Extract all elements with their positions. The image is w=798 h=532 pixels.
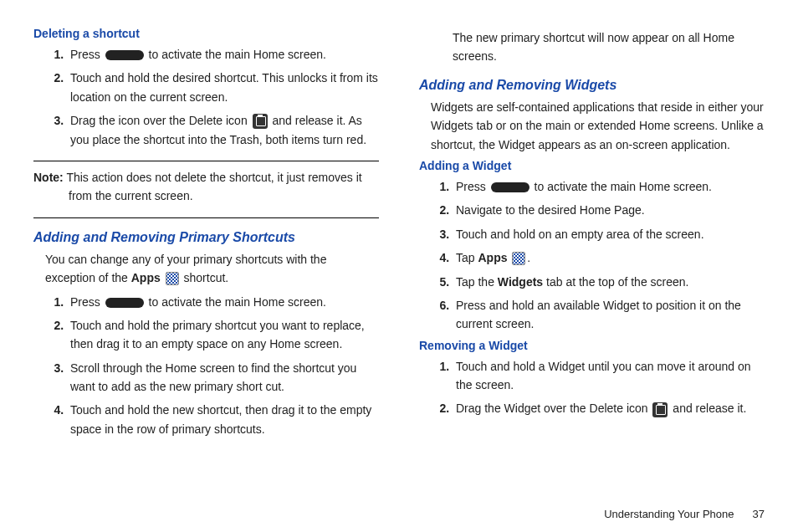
divider — [33, 217, 379, 218]
right-column: The new primary shortcut will now appear… — [419, 23, 765, 443]
text: Drag the icon over the Delete icon — [70, 114, 251, 127]
step: Scroll through the Home screen to find t… — [67, 359, 379, 396]
trash-icon — [253, 114, 268, 129]
step: Drag the Widget over the Delete icon and… — [453, 399, 765, 417]
heading-deleting-shortcut: Deleting a shortcut — [33, 27, 379, 40]
text: shortcut. — [181, 271, 229, 284]
step: Drag the icon over the Delete icon and r… — [67, 111, 379, 149]
page-footer: Understanding Your Phone37 — [604, 508, 765, 520]
footer-section: Understanding Your Phone — [604, 508, 734, 520]
heading-removing-widget: Removing a Widget — [419, 339, 765, 352]
trash-icon — [652, 402, 668, 417]
text: to activate the main Home screen. — [146, 48, 326, 61]
step: Navigate to the desired Home Page. — [453, 201, 765, 219]
step: Touch and hold a Widget until you can mo… — [453, 357, 765, 395]
widgets-word: Widgets — [498, 275, 543, 289]
apps-word: Apps — [131, 271, 161, 284]
left-column: Deleting a shortcut Press to activate th… — [33, 23, 379, 443]
list-deleting-shortcut: Press to activate the main Home screen. … — [33, 45, 379, 149]
text: to activate the main Home screen. — [146, 295, 326, 309]
list-removing-widget: Touch and hold a Widget until you can mo… — [419, 357, 765, 418]
step: Touch and hold the primary shortcut you … — [67, 316, 379, 354]
text: Press — [70, 295, 104, 309]
page-body: Deleting a shortcut Press to activate th… — [0, 0, 798, 452]
step: Touch and hold the new shortcut, then dr… — [67, 401, 379, 438]
text: Tap — [456, 251, 478, 264]
step: Tap the Widgets tab at the top of the sc… — [453, 273, 765, 291]
note-label: Note: — [33, 171, 64, 184]
step: Touch and hold on an empty area of the s… — [453, 225, 765, 243]
step: Press to activate the main Home screen. — [67, 45, 379, 64]
text: tab at the top of the screen. — [543, 275, 688, 289]
step: Touch and hold the desired shortcut. Thi… — [67, 69, 379, 106]
note: Note: This action does not delete the sh… — [33, 168, 379, 206]
intro-text: Widgets are self-contained applications … — [431, 98, 765, 154]
text: Tap the — [456, 275, 498, 289]
step: Press to activate the main Home screen. — [453, 177, 765, 196]
apps-icon — [166, 272, 179, 285]
list-adding-widget: Press to activate the main Home screen. … — [419, 177, 765, 334]
step: Press to activate the main Home screen. — [67, 293, 379, 311]
heading-adding-widget: Adding a Widget — [419, 159, 765, 172]
apps-icon — [512, 252, 525, 265]
heading-primary-shortcuts: Adding and Removing Primary Shortcuts — [33, 230, 379, 245]
divider — [33, 161, 379, 161]
home-button-icon — [105, 50, 144, 60]
home-button-icon — [105, 298, 144, 308]
step: Tap Apps . — [453, 248, 765, 267]
page-number: 37 — [753, 508, 765, 520]
text: Press — [70, 48, 104, 61]
step: Press and hold an available Widget to po… — [453, 296, 765, 334]
text: Drag the Widget over the Delete icon — [456, 402, 651, 415]
intro-text: You can change any of your primary short… — [45, 250, 379, 288]
heading-widgets: Adding and Removing Widgets — [419, 78, 765, 93]
note-text: This action does not delete the shortcut… — [64, 171, 362, 202]
text: and release it. — [669, 402, 746, 415]
list-primary-shortcuts: Press to activate the main Home screen. … — [33, 293, 379, 439]
text: to activate the main Home screen. — [531, 180, 712, 193]
apps-word: Apps — [478, 251, 507, 264]
text: Press — [456, 180, 489, 193]
continuation-text: The new primary shortcut will now appear… — [453, 28, 765, 66]
home-button-icon — [491, 182, 529, 192]
text: . — [527, 251, 530, 264]
